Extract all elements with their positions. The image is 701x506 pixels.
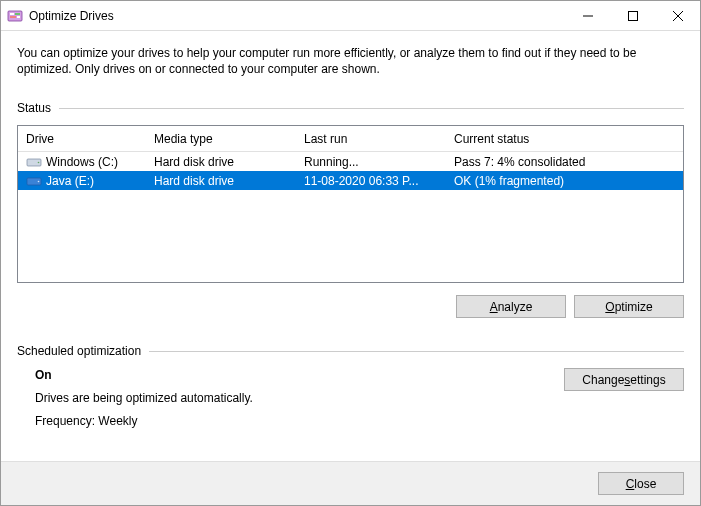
drives-header: Drive Media type Last run Current status <box>18 126 683 152</box>
scheduled-block: On Drives are being optimized automatica… <box>17 368 684 437</box>
drive-icon <box>26 156 42 168</box>
lastrun-cell: 11-08-2020 06:33 P... <box>296 174 446 188</box>
drive-row[interactable]: Java (E:) Hard disk drive 11-08-2020 06:… <box>18 171 683 190</box>
content-area: You can optimize your drives to help you… <box>1 31 700 461</box>
status-cell: Pass 7: 4% consolidated <box>446 155 662 169</box>
analyze-button[interactable]: Analyze <box>456 295 566 318</box>
svg-rect-3 <box>10 16 16 18</box>
status-label: Status <box>17 101 51 115</box>
drive-name: Windows (C:) <box>46 155 118 169</box>
drives-rows: Windows (C:) Hard disk drive Running... … <box>18 152 683 282</box>
column-last-run[interactable]: Last run <box>296 126 446 151</box>
close-dialog-button[interactable]: Close <box>598 472 684 495</box>
scheduled-label: Scheduled optimization <box>17 344 141 358</box>
scheduled-divider <box>149 351 684 352</box>
media-cell: Hard disk drive <box>146 155 296 169</box>
window-controls <box>565 1 700 30</box>
svg-rect-1 <box>10 13 14 15</box>
drive-cell: Java (E:) <box>18 174 146 188</box>
drive-cell: Windows (C:) <box>18 155 146 169</box>
svg-point-12 <box>38 181 40 183</box>
column-drive[interactable]: Drive <box>18 126 146 151</box>
maximize-button[interactable] <box>610 1 655 30</box>
column-media-type[interactable]: Media type <box>146 126 296 151</box>
close-button[interactable] <box>655 1 700 30</box>
column-current-status[interactable]: Current status <box>446 126 662 151</box>
change-settings-button[interactable]: Change settings <box>564 368 684 391</box>
lastrun-cell: Running... <box>296 155 446 169</box>
scheduled-on: On <box>35 368 564 382</box>
minimize-button[interactable] <box>565 1 610 30</box>
drives-list[interactable]: Drive Media type Last run Current status… <box>17 125 684 283</box>
intro-text: You can optimize your drives to help you… <box>17 45 684 77</box>
svg-rect-6 <box>628 11 637 20</box>
scheduled-desc: Drives are being optimized automatically… <box>35 391 564 405</box>
scheduled-frequency: Frequency: Weekly <box>35 414 564 428</box>
svg-rect-4 <box>17 16 20 18</box>
status-cell: OK (1% fragmented) <box>446 174 662 188</box>
svg-point-10 <box>38 162 40 164</box>
media-cell: Hard disk drive <box>146 174 296 188</box>
status-divider <box>59 108 684 109</box>
status-heading-row: Status <box>17 101 684 115</box>
scheduled-heading-row: Scheduled optimization <box>17 344 684 358</box>
titlebar: Optimize Drives <box>1 1 700 31</box>
optimize-drives-icon <box>7 8 23 24</box>
drive-row[interactable]: Windows (C:) Hard disk drive Running... … <box>18 152 683 171</box>
footer: Close <box>1 461 700 505</box>
window-title: Optimize Drives <box>29 9 565 23</box>
optimize-button[interactable]: Optimize <box>574 295 684 318</box>
scheduled-button-col: Change settings <box>564 368 684 437</box>
svg-rect-2 <box>15 13 20 15</box>
drive-icon <box>26 175 42 187</box>
drive-name: Java (E:) <box>46 174 94 188</box>
scheduled-text: On Drives are being optimized automatica… <box>17 368 564 437</box>
drives-actions: Analyze Optimize <box>17 295 684 318</box>
